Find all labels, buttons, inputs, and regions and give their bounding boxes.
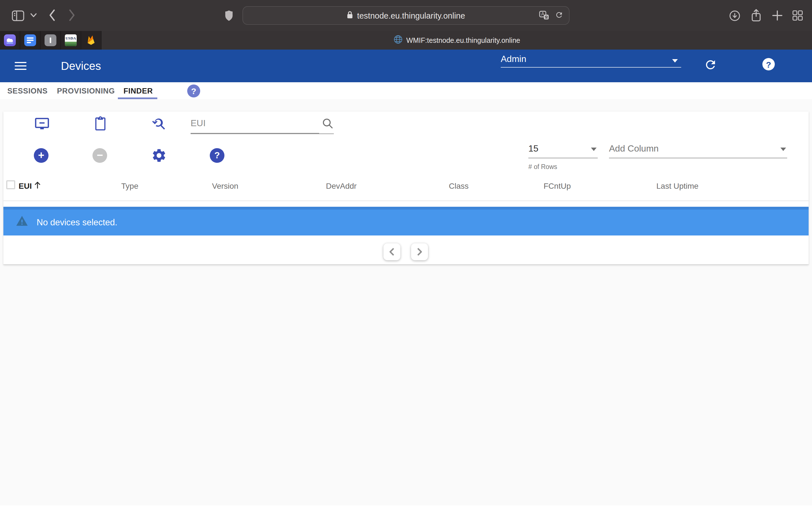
tab-finder[interactable]: FINDER [123, 82, 153, 99]
rows-per-page-value: 15 [528, 144, 598, 158]
banner-message: No devices selected. [37, 207, 117, 235]
active-tab-indicator [118, 98, 157, 99]
account-select-value: Admin [501, 54, 526, 64]
pinned-tab-docs[interactable] [20, 31, 41, 50]
reload-icon[interactable] [555, 11, 563, 21]
usda-app-icon: USDA [65, 34, 77, 46]
rows-per-page-label: # of Rows [528, 163, 557, 170]
table-header-row: EUI Type Version DevAddr Class FCntUp La… [3, 178, 809, 194]
pinned-tab-cloud[interactable] [0, 31, 20, 50]
cloud-app-icon [4, 34, 16, 46]
tab-strip: USDA WMIF:testnode.eu.thingularity.onlin… [0, 31, 812, 50]
docs-app-icon [24, 34, 36, 46]
app-header: Devices Admin ? [0, 50, 812, 82]
sidebar-chevron-down-icon[interactable] [29, 11, 37, 19]
help-button[interactable]: ? [762, 58, 775, 70]
active-tab[interactable]: WMIF:testnode.eu.thingularity.online [101, 31, 812, 50]
translate-icon[interactable]: A [539, 10, 549, 22]
column-header-version[interactable]: Version [212, 178, 238, 194]
column-header-type[interactable]: Type [121, 178, 139, 194]
firebase-app-icon [85, 34, 97, 46]
finder-panel: + − ? 15 # of Rows Add Column EUI [3, 112, 809, 265]
pinned-tab-firebase[interactable] [81, 31, 101, 50]
browser-toolbar: testnode.eu.thingularity.online A [0, 0, 812, 31]
tabs-help-button[interactable]: ? [187, 84, 200, 98]
add-device-button[interactable]: + [34, 148, 49, 163]
address-bar[interactable]: testnode.eu.thingularity.online A [243, 6, 569, 25]
chevron-down-icon [591, 148, 597, 151]
info-app-icon [45, 34, 56, 46]
search-icon[interactable] [321, 117, 334, 132]
no-devices-banner: No devices selected. [3, 207, 809, 235]
tab-provisioning[interactable]: PROVISIONING [57, 82, 115, 99]
tab-sessions[interactable]: SESSIONS [7, 82, 48, 99]
new-tab-icon[interactable] [770, 8, 784, 22]
column-header-class[interactable]: Class [449, 178, 469, 194]
chevron-down-icon [780, 148, 786, 151]
column-header-lastuptime[interactable]: Last Uptime [656, 178, 698, 194]
lock-icon [347, 10, 353, 20]
sidebar-toggle-icon[interactable] [10, 8, 27, 23]
select-all-checkbox[interactable] [6, 180, 15, 189]
warning-icon [16, 215, 28, 229]
column-header-devaddr[interactable]: DevAddr [326, 178, 357, 194]
sort-ascending-icon [34, 181, 42, 191]
forward-button[interactable] [66, 8, 77, 22]
add-column-placeholder: Add Column [609, 144, 787, 158]
page-title: Devices [61, 50, 101, 82]
finder-help-button[interactable]: ? [210, 148, 224, 163]
globe-icon [393, 35, 402, 46]
url-text: testnode.eu.thingularity.online [357, 11, 465, 20]
device-screen-button[interactable] [34, 117, 50, 131]
settings-button[interactable] [151, 148, 167, 163]
privacy-shield-icon[interactable] [223, 8, 235, 23]
add-column-select[interactable]: Add Column [609, 144, 787, 158]
column-header-fcntup[interactable]: FCntUp [544, 178, 571, 194]
menu-icon[interactable] [15, 59, 27, 73]
web-app: Devices Admin ? SESSIONS PROVISIONING FI… [0, 50, 812, 507]
page-tabs: SESSIONS PROVISIONING FINDER ? [0, 82, 812, 99]
table-divider [3, 201, 809, 201]
window-bottom-edge [0, 505, 812, 507]
rows-per-page-select[interactable]: 15 [528, 144, 598, 158]
previous-page-button[interactable] [384, 243, 400, 260]
downloads-icon[interactable] [727, 8, 742, 22]
account-select[interactable]: Admin [501, 54, 681, 68]
back-button[interactable] [47, 8, 57, 22]
eui-field-underline [191, 133, 334, 134]
screen: testnode.eu.thingularity.online A [0, 0, 812, 507]
column-header-eui[interactable]: EUI [18, 178, 42, 194]
remove-device-button[interactable]: − [93, 148, 107, 163]
usda-logo-text: USDA [65, 34, 77, 40]
pinned-tab-info[interactable] [41, 31, 61, 50]
next-page-button[interactable] [411, 243, 428, 260]
active-tab-title: WMIF:testnode.eu.thingularity.online [406, 36, 520, 44]
pinned-tab-usda[interactable]: USDA [61, 31, 81, 50]
clipboard-button[interactable] [93, 115, 108, 132]
share-icon[interactable] [749, 7, 763, 23]
eui-search-input[interactable] [191, 116, 319, 133]
refresh-button[interactable] [703, 57, 717, 72]
banner-top-strip [3, 207, 809, 210]
svg-text:A: A [541, 11, 545, 16]
eui-search-field [191, 116, 334, 133]
search-history-button[interactable] [151, 116, 167, 132]
chevron-down-icon [672, 59, 678, 62]
tab-overview-icon[interactable] [791, 8, 805, 22]
